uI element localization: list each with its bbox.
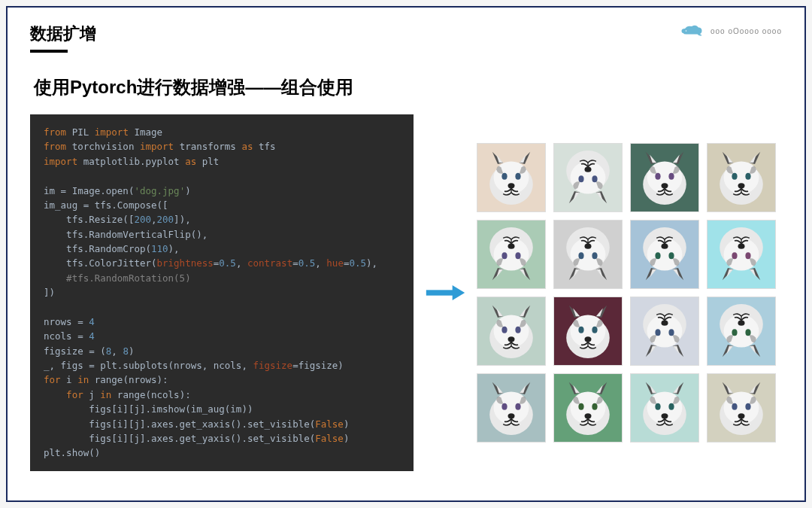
logo-area: ooo oOoooo oooo [680, 23, 782, 39]
augmented-image [707, 373, 776, 443]
code-line: import matplotlib.pyplot as plt [44, 154, 400, 169]
code-line: from torchvision import transforms as tf… [44, 139, 400, 154]
svg-point-26 [738, 183, 745, 188]
svg-point-18 [655, 173, 660, 180]
svg-point-62 [585, 336, 592, 342]
code-line: nrows = 4 [44, 315, 400, 329]
slide-title: 数据扩增 [30, 23, 96, 45]
code-line [44, 169, 400, 183]
augmented-image [553, 373, 623, 443]
svg-point-43 [668, 252, 674, 259]
augmented-image [707, 220, 776, 289]
svg-point-86 [585, 413, 592, 418]
augmented-image [630, 143, 699, 212]
content-row: from PIL import Imagefrom torchvision im… [30, 114, 782, 471]
title-block: 数据扩增 [30, 23, 96, 53]
arrow-right-icon [425, 283, 466, 303]
svg-point-80 [508, 413, 515, 418]
svg-point-54 [501, 327, 507, 333]
code-line: tfs.RandomCrop(110), [44, 242, 400, 256]
code-line: im = Image.open('dog.jpg') [44, 184, 400, 198]
code-line: ncols = 4 [44, 329, 400, 343]
svg-point-30 [501, 252, 507, 259]
svg-point-91 [668, 403, 674, 410]
code-line: tfs.Resize([200,200]), [44, 212, 400, 227]
svg-point-97 [745, 403, 750, 410]
code-line: figs[i][j].axes.get_yaxis().set_visible(… [44, 431, 400, 446]
code-line: _, figs = plt.subplots(nrows, ncols, fig… [44, 358, 400, 373]
svg-point-32 [508, 243, 515, 248]
svg-point-90 [655, 403, 660, 410]
svg-point-6 [501, 173, 507, 180]
svg-point-74 [738, 320, 745, 325]
code-line: tfs.ColorJitter(brightness=0.5, contrast… [44, 256, 400, 270]
svg-point-24 [732, 173, 737, 180]
code-line: figs[i][j].imshow(im_aug(im)) [44, 402, 400, 416]
augmented-image [553, 297, 623, 366]
svg-point-67 [668, 329, 674, 336]
code-line: tfs.RandomVerticalFlip(), [44, 227, 400, 242]
svg-point-25 [745, 173, 750, 180]
slide-frame: 数据扩增 ooo oOoooo oooo 使用Pytorch进行数据增强——组合… [6, 6, 806, 502]
svg-point-31 [515, 252, 520, 259]
svg-point-72 [732, 329, 737, 336]
augmented-image [630, 373, 699, 443]
svg-point-0 [686, 30, 687, 32]
svg-point-60 [578, 327, 583, 333]
svg-point-55 [515, 327, 520, 333]
svg-point-84 [578, 403, 583, 410]
svg-point-19 [668, 173, 674, 180]
code-block: from PIL import Imagefrom torchvision im… [30, 114, 414, 471]
svg-point-48 [732, 252, 737, 259]
augmented-image [630, 220, 699, 289]
svg-point-68 [662, 320, 668, 325]
svg-marker-2 [452, 285, 465, 300]
svg-point-7 [515, 173, 520, 180]
svg-point-13 [592, 175, 597, 182]
svg-point-8 [508, 183, 515, 188]
code-line: plt.show() [44, 446, 400, 460]
svg-point-73 [745, 329, 750, 336]
svg-point-20 [662, 183, 668, 188]
code-line [44, 300, 400, 315]
logo-text: ooo oOoooo oooo [710, 27, 782, 35]
svg-point-44 [662, 243, 668, 248]
augmented-image [707, 143, 776, 212]
svg-point-14 [585, 166, 592, 172]
svg-point-96 [732, 403, 737, 410]
svg-point-49 [745, 252, 750, 259]
code-line: figsize = (8, 8) [44, 344, 400, 358]
code-line: figs[i][j].axes.get_xaxis().set_visible(… [44, 417, 400, 431]
svg-point-92 [662, 413, 668, 418]
whale-icon [680, 23, 703, 39]
svg-point-37 [592, 252, 597, 259]
svg-point-98 [738, 413, 745, 418]
code-line: for i in range(nrows): [44, 373, 400, 387]
svg-point-79 [515, 403, 520, 410]
code-line: im_aug = tfs.Compose([ [44, 198, 400, 212]
subtitle: 使用Pytorch进行数据增强——组合使用 [34, 75, 782, 99]
svg-point-61 [592, 327, 597, 333]
augmented-image [477, 143, 546, 212]
svg-point-36 [578, 252, 583, 259]
code-line: #tfs.RandomRotation(5) [44, 271, 400, 285]
title-underline [30, 50, 68, 53]
image-grid [477, 143, 776, 443]
header: 数据扩增 ooo oOoooo oooo [30, 23, 782, 53]
svg-point-42 [655, 252, 660, 259]
arrow-wrap [423, 283, 468, 303]
code-line: ]) [44, 285, 400, 300]
svg-point-56 [508, 336, 515, 342]
svg-point-78 [501, 403, 507, 410]
code-line: from PIL import Image [44, 125, 400, 139]
augmented-image [477, 297, 546, 366]
svg-point-50 [738, 243, 745, 248]
svg-point-66 [655, 329, 660, 336]
svg-point-12 [578, 175, 583, 182]
svg-rect-1 [426, 290, 453, 295]
augmented-image [477, 220, 546, 289]
svg-point-85 [592, 403, 597, 410]
svg-point-38 [585, 243, 592, 248]
augmented-image [553, 220, 623, 289]
augmented-image [630, 297, 699, 366]
